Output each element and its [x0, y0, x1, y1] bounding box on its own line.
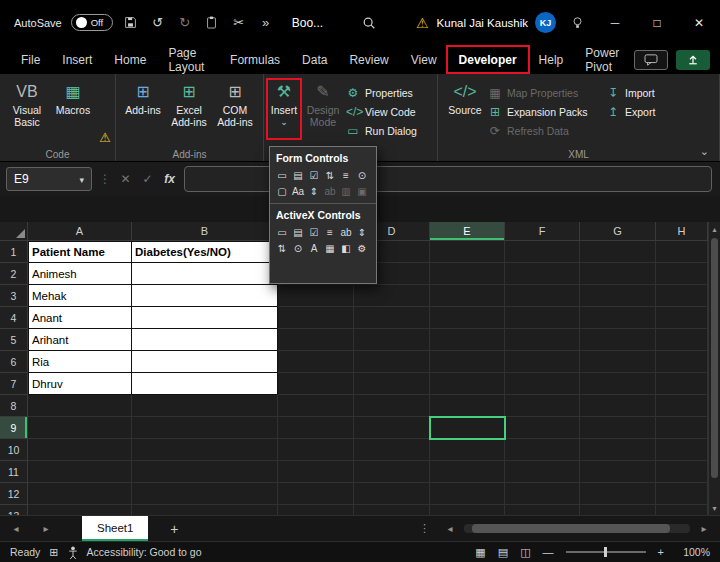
row-header-3[interactable]: 3 [0, 285, 28, 307]
cell-G10[interactable] [580, 439, 656, 461]
cell-H12[interactable] [656, 483, 708, 505]
cell-C11[interactable] [278, 461, 354, 483]
tab-power-pivot[interactable]: Power Pivot [574, 45, 634, 74]
cell-F2[interactable] [505, 263, 580, 285]
cell-C8[interactable] [278, 395, 354, 417]
save-icon[interactable] [122, 16, 140, 29]
properties-button[interactable]: ⚙ Properties [346, 86, 417, 100]
cell-A9[interactable] [28, 417, 132, 439]
cell-F4[interactable] [505, 307, 580, 329]
scroll-down-icon[interactable]: ▾ [709, 501, 720, 515]
normal-view-icon[interactable]: ▦ [475, 546, 485, 559]
cell-G6[interactable] [580, 351, 656, 373]
scroll-bar-ax-control-icon[interactable]: ⇕ [354, 224, 370, 240]
cancel-icon[interactable]: ✕ [118, 172, 133, 186]
spin-button-ax-control-icon[interactable]: ⇅ [274, 240, 290, 256]
row-header-11[interactable]: 11 [0, 461, 28, 483]
zoom-slider-knob[interactable] [604, 547, 607, 557]
row-header-1[interactable]: 1 [0, 241, 28, 263]
cell-F8[interactable] [505, 395, 580, 417]
com-addins-button[interactable]: ⊞ COM Add-ins [212, 78, 258, 128]
cell-C12[interactable] [278, 483, 354, 505]
scissors-icon[interactable]: ✂ [230, 15, 248, 30]
cell-D9[interactable] [354, 417, 430, 439]
search-icon[interactable] [360, 16, 378, 30]
cell-B7[interactable] [132, 373, 278, 395]
scroll-bar-control-icon[interactable]: ⇕ [306, 183, 322, 199]
cell-G1[interactable] [580, 241, 656, 263]
macros-button[interactable]: ▦ Macros [50, 78, 96, 116]
cell-A11[interactable] [28, 461, 132, 483]
scroll-up-icon[interactable]: ▴ [709, 222, 720, 236]
redo-icon[interactable]: ↻ [176, 15, 194, 30]
tab-help[interactable]: Help [528, 45, 575, 74]
design-mode-button[interactable]: ✎ Design Mode [300, 78, 346, 128]
cell-D5[interactable] [354, 329, 430, 351]
cell-E13[interactable] [430, 505, 505, 515]
cell-D13[interactable] [354, 505, 430, 515]
cell-H5[interactable] [656, 329, 708, 351]
tab-view[interactable]: View [400, 45, 448, 74]
cell-A6[interactable]: Ria [28, 351, 132, 373]
group-box-control-icon[interactable]: ▢ [274, 183, 290, 199]
row-header-13[interactable]: 13 [0, 505, 28, 515]
sheet-next-icon[interactable]: ▸ [38, 523, 54, 534]
cell-G7[interactable] [580, 373, 656, 395]
cell-E3[interactable] [430, 285, 505, 307]
cell-H13[interactable] [656, 505, 708, 515]
cell-B11[interactable] [132, 461, 278, 483]
zoom-percentage[interactable]: 100% [676, 546, 710, 558]
cell-C5[interactable] [278, 329, 354, 351]
record-macro-icon[interactable]: ⊞ [49, 546, 58, 559]
cell-H4[interactable] [656, 307, 708, 329]
cell-B3[interactable] [132, 285, 278, 307]
check-box-control-icon[interactable]: ☑ [306, 167, 322, 183]
column-header-B[interactable]: B [132, 222, 278, 241]
hscroll-left-icon[interactable]: ◂ [442, 523, 458, 534]
cell-H10[interactable] [656, 439, 708, 461]
row-header-10[interactable]: 10 [0, 439, 28, 461]
sheet-prev-icon[interactable]: ◂ [8, 523, 24, 534]
select-all-corner[interactable] [0, 222, 28, 241]
sheetbar-menu-icon[interactable]: ⋮ [419, 522, 430, 535]
list-box-ax-control-icon[interactable]: ≡ [322, 224, 338, 240]
cell-F5[interactable] [505, 329, 580, 351]
cell-B10[interactable] [132, 439, 278, 461]
row-header-9[interactable]: 9 [0, 417, 28, 439]
cell-F3[interactable] [505, 285, 580, 307]
add-sheet-button[interactable]: + [166, 521, 182, 537]
combo-box-control-icon[interactable]: ▤ [290, 167, 306, 183]
sheet-tab-sheet1[interactable]: Sheet1 [82, 516, 148, 541]
cell-D6[interactable] [354, 351, 430, 373]
row-header-12[interactable]: 12 [0, 483, 28, 505]
list-box-control-icon[interactable]: ≡ [338, 167, 354, 183]
excel-addins-button[interactable]: ⊞ Excel Add-ins [166, 78, 212, 128]
text-box-control-icon[interactable]: ab [338, 224, 354, 240]
cell-F11[interactable] [505, 461, 580, 483]
cell-A5[interactable]: Arihant [28, 329, 132, 351]
cell-E6[interactable] [430, 351, 505, 373]
cell-B9[interactable] [132, 417, 278, 439]
cell-E1[interactable] [430, 241, 505, 263]
cell-C10[interactable] [278, 439, 354, 461]
share-button[interactable] [676, 50, 710, 70]
page-break-view-icon[interactable]: ◫ [520, 546, 530, 559]
vertical-scrollbar[interactable]: ▴ ▾ [708, 222, 720, 515]
cell-E2[interactable] [430, 263, 505, 285]
cell-C6[interactable] [278, 351, 354, 373]
cell-H1[interactable] [656, 241, 708, 263]
cell-B2[interactable] [132, 263, 278, 285]
cell-H8[interactable] [656, 395, 708, 417]
cell-E7[interactable] [430, 373, 505, 395]
column-header-G[interactable]: G [580, 222, 656, 241]
cell-B13[interactable] [132, 505, 278, 515]
zoom-in-button[interactable]: + [658, 546, 664, 558]
cell-F9[interactable] [505, 417, 580, 439]
toggle-button-control-icon[interactable]: ◧ [338, 240, 354, 256]
cell-C4[interactable] [278, 307, 354, 329]
spin-button-control-icon[interactable]: ⇅ [322, 167, 338, 183]
map-properties-button[interactable]: ▦ Map Properties [488, 86, 606, 100]
cell-G12[interactable] [580, 483, 656, 505]
close-button[interactable]: ✕ [678, 0, 720, 45]
check-box-ax-control-icon[interactable]: ☑ [306, 224, 322, 240]
